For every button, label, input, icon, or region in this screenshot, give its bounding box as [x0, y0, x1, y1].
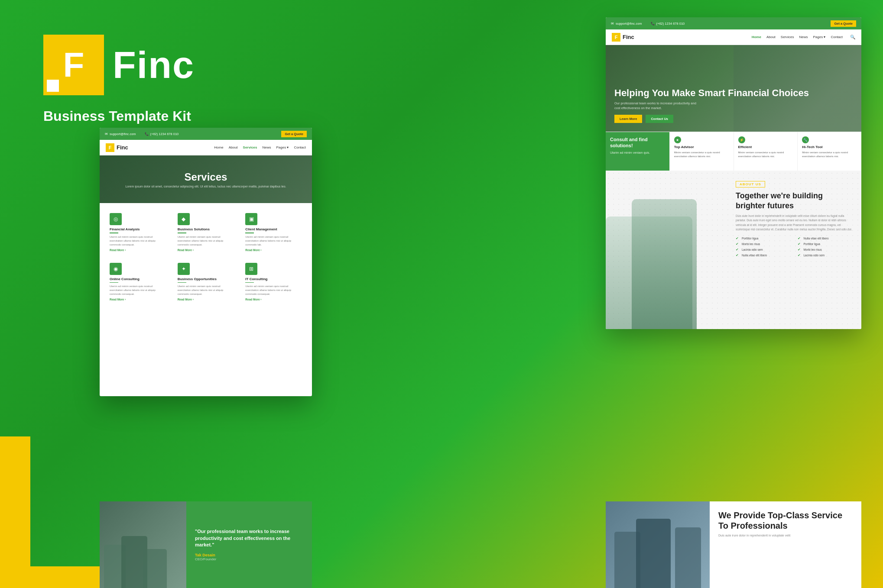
online-read-more[interactable]: Read More ›	[110, 298, 166, 301]
it-title: IT Consulting	[245, 277, 302, 281]
it-icon: ⊞	[245, 263, 257, 275]
services-grid: ◎ Financial Analysis Uterim ad minim ven…	[100, 203, 312, 311]
home-get-quote-button[interactable]: Get a Quote	[831, 20, 856, 27]
nav-contact[interactable]: Contact	[294, 145, 306, 149]
service-item-business: ◆ Business Solutions Uterim ad minim ven…	[174, 210, 238, 255]
logo-white-accent	[47, 80, 59, 92]
brand-logo-icon	[43, 35, 104, 95]
home-nav-logo-icon: F	[612, 33, 620, 42]
hitech-title: Hi-Tech Tool	[802, 145, 857, 149]
client-title: Client Management	[245, 227, 302, 231]
nav-logo-name: Finc	[117, 144, 128, 151]
check-7: ✔Morbi leo risus	[798, 248, 853, 252]
feature-efficient: ⚡ Efficient Minim veniam consectetur a q…	[734, 132, 798, 171]
nav-about[interactable]: About	[229, 145, 238, 149]
home-nav-contact[interactable]: Contact	[831, 35, 843, 39]
nav-news[interactable]: News	[262, 145, 271, 149]
opportunities-title: Business Opportunities	[178, 277, 234, 281]
service-item-opportunities: ✦ Business Opportunities Uterim ad minim…	[174, 259, 238, 305]
home-hero: Helping You Make Smart Financial Choices…	[606, 45, 861, 132]
about-text-preview: Duis aute irure dolor in reprehenderit i…	[736, 214, 853, 232]
about-title-preview: Together we're building brighter futures	[736, 191, 853, 210]
contact-us-button[interactable]: Contact Us	[646, 115, 673, 123]
client-divider	[245, 233, 254, 233]
it-read-more[interactable]: Read More ›	[245, 298, 302, 301]
services-hero-title: Services	[125, 171, 286, 183]
home-nav-news[interactable]: News	[799, 35, 808, 39]
testimonial-content: "Our professional team works to increase…	[186, 501, 312, 588]
check-3: ✔Lacinia odio sem	[736, 248, 791, 252]
online-icon: ◉	[110, 263, 122, 275]
home-nav-services[interactable]: Services	[781, 35, 794, 39]
home-nav-logo: F Finc	[612, 33, 634, 42]
testimonial-card: "Our professional team works to increase…	[100, 501, 312, 588]
check-8: ✔Lacinia odio sem	[798, 253, 853, 258]
home-page-card: ✉ support@finc.com 📞 (+62) 1234 678 010 …	[606, 17, 861, 329]
check-icon-4: ✔	[736, 253, 740, 258]
hero-subtitle: Our professional team works to increase …	[614, 101, 701, 110]
feature-boxes: Consult and find solutions! Utarim ad mi…	[606, 132, 861, 171]
home-nav-pages[interactable]: Pages	[813, 35, 826, 39]
check-icon-5: ✔	[798, 236, 802, 241]
services-navbar: F Finc Home About Services News Pages Co…	[100, 140, 312, 155]
opportunities-text: Uterim ad minim veniam quis nostrud exer…	[178, 284, 234, 296]
search-icon[interactable]: 🔍	[850, 35, 855, 40]
consult-title: Consult and find solutions!	[610, 136, 665, 149]
feature-consult: Consult and find solutions! Utarim ad mi…	[606, 132, 670, 171]
efficient-title: Efficient	[738, 145, 793, 149]
business-text: Uterim ad minim veniam quis nostrud exer…	[178, 235, 234, 247]
about-label: ABOUT US	[736, 181, 765, 187]
learn-more-button[interactable]: Learn More	[614, 115, 642, 123]
get-quote-button[interactable]: Get a Quote	[281, 131, 307, 137]
business-icon: ◆	[178, 213, 190, 225]
brand-name: Finc	[113, 43, 195, 87]
testimonial-image	[100, 501, 186, 588]
advisor-text: Minim veniam consectetur a quis nostrd e…	[674, 151, 729, 158]
home-nav-links: Home About Services News Pages Contact 🔍	[752, 35, 855, 40]
home-navbar: F Finc Home About Services News Pages Co…	[606, 29, 861, 45]
nav-services[interactable]: Services	[243, 145, 257, 149]
nav-pages[interactable]: Pages	[276, 145, 289, 149]
testimonial-role: CEO/Founder	[195, 557, 303, 561]
hitech-icon: 🔧	[802, 136, 809, 143]
advisor-icon: ★	[674, 136, 681, 143]
bottom-service-content: We Provide Top-Class Service To Professi…	[710, 501, 861, 588]
services-hero: Services Lorem ipsum dolor sit amet, con…	[100, 155, 312, 203]
home-nav-home[interactable]: Home	[752, 35, 761, 39]
check-icon-2: ✔	[736, 242, 740, 246]
services-topbar: ✉ support@finc.com 📞 (+62) 1234 678 010 …	[100, 128, 312, 140]
yellow-accent-bar-left	[0, 436, 30, 588]
home-topbar-email: ✉ support@finc.com	[611, 22, 642, 26]
feature-advisor: ★ Top Advisor Minim veniam consectetur a…	[670, 132, 734, 171]
hero-content: Helping You Make Smart Financial Choices…	[614, 87, 809, 123]
business-divider	[178, 233, 186, 233]
financial-read-more[interactable]: Read More ›	[110, 249, 166, 252]
service-item-online: ◉ Online Consulting Uterim ad minim veni…	[106, 259, 170, 305]
financial-divider	[110, 233, 118, 233]
home-nav-logo-name: Finc	[623, 34, 634, 40]
nav-logo: F Finc	[106, 143, 128, 152]
home-nav-about[interactable]: About	[766, 35, 776, 39]
testimonial-section: "Our professional team works to increase…	[100, 501, 312, 588]
check-icon-6: ✔	[798, 242, 802, 246]
logo-area: Finc	[43, 35, 195, 95]
hero-buttons: Learn More Contact Us	[614, 115, 809, 123]
services-page-card: ✉ support@finc.com 📞 (+62) 1234 678 010 …	[100, 128, 312, 396]
check-5: ✔Nulla vitae elit libero	[798, 236, 853, 241]
online-title: Online Consulting	[110, 277, 166, 281]
service-item-financial: ◎ Financial Analysis Uterim ad minim ven…	[106, 210, 170, 255]
brand-tagline: Business Template Kit	[43, 108, 195, 124]
nav-links: Home About Services News Pages Contact	[214, 145, 306, 149]
check-1: ✔Porttitor ligua	[736, 236, 791, 241]
opportunities-divider	[178, 282, 186, 283]
check-4: ✔Nulla vitae elit libero	[736, 253, 791, 258]
nav-home[interactable]: Home	[214, 145, 223, 149]
it-divider	[245, 282, 254, 283]
opportunities-read-more[interactable]: Read More ›	[178, 298, 234, 301]
business-read-more[interactable]: Read More ›	[178, 249, 234, 252]
financial-icon: ◎	[110, 213, 122, 225]
service-item-client: ▣ Client Management Uterim ad minim veni…	[242, 210, 305, 255]
hitech-text: Minim veniam consectetur a quis nostrd e…	[802, 151, 857, 158]
topbar-email: ✉ support@finc.com	[105, 132, 136, 136]
client-read-more[interactable]: Read More ›	[245, 249, 302, 252]
